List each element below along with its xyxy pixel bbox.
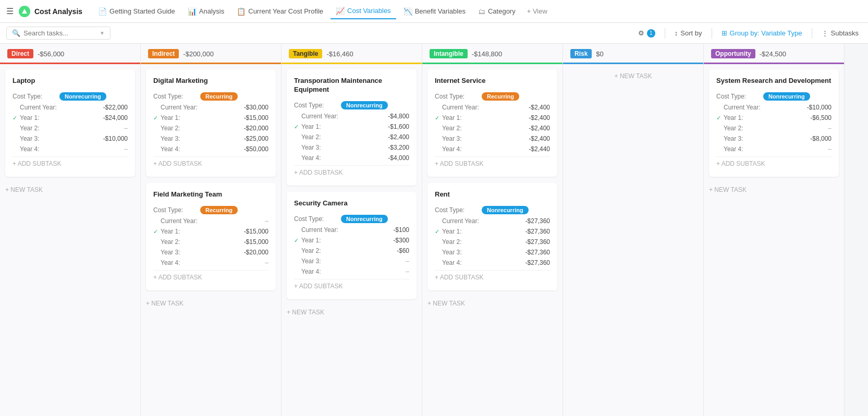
card-row-value: -$2,400 [388, 133, 409, 141]
card-year-row: Year 4: – [294, 266, 409, 277]
add-subtask-button[interactable]: + ADD SUBTASK [435, 156, 550, 169]
add-subtask-button[interactable]: + ADD SUBTASK [153, 270, 268, 283]
group-button[interactable]: ⊞ Group by: Variable Type [718, 28, 805, 39]
column-body-intangible: Internet Service Cost Type: Recurring Cu… [422, 64, 563, 416]
cost-type-badge: Nonrecurring [341, 101, 388, 109]
column-body-risk: + NEW TASK [563, 64, 703, 416]
column-header-direct: Direct -$56,000 [0, 44, 140, 64]
new-task-button[interactable]: + NEW TASK [146, 297, 276, 311]
subtasks-icon: ⋮ [822, 29, 828, 37]
card-row-value: -$27,360 [525, 259, 550, 266]
card-row-value: -$100 [393, 226, 409, 234]
card-row-value: -$27,360 [525, 249, 550, 256]
column-opportunity: Opportunity -$24,500 System Research and… [704, 44, 845, 416]
card-year-row: Year 4: – [716, 144, 832, 154]
card-row-value: -$3,200 [388, 144, 409, 151]
card-cost-type-row: Cost Type: Recurring [153, 91, 268, 102]
subtasks-button[interactable]: ⋮ Subtasks [818, 28, 862, 39]
add-view-button[interactable]: + View [523, 5, 552, 17]
cost-type-badge: Recurring [482, 92, 519, 101]
card-row-value: – [265, 217, 268, 225]
card-cost-type-row: Cost Type: Recurring [435, 91, 550, 102]
checkmark-icon: ✓ [153, 228, 158, 235]
app-title: Cost Analysis [34, 7, 82, 16]
card-row-value: -$15,000 [244, 238, 268, 246]
task-card: Security Camera Cost Type: Nonrecurring … [287, 192, 417, 299]
card-year-row: Year 3: -$25,000 [153, 133, 268, 144]
new-task-button[interactable]: + NEW TASK [427, 297, 557, 311]
tab-cost-variables[interactable]: 📈 Cost Variables [331, 4, 396, 19]
checkmark-icon: ✓ [294, 237, 299, 243]
search-box[interactable]: 🔍 ▼ [6, 27, 111, 40]
tab-getting-started[interactable]: 📄 Getting Started Guide [93, 4, 180, 19]
checkmark-icon: ✓ [13, 115, 17, 121]
column-header-indirect: Indirect -$200,000 [141, 44, 281, 64]
task-card: Laptop Cost Type: Nonrecurring Current Y… [5, 69, 135, 177]
search-input[interactable] [23, 29, 96, 37]
card-title: Field Marketing Team [153, 190, 268, 199]
checkmark-icon: ✓ [153, 115, 158, 121]
add-subtask-button[interactable]: + ADD SUBTASK [294, 279, 409, 292]
add-subtask-button[interactable]: + ADD SUBTASK [13, 156, 128, 169]
column-body-indirect: Digital Marketing Cost Type: Recurring C… [141, 64, 281, 416]
new-task-button[interactable]: + NEW TASK [287, 305, 417, 320]
add-subtask-button[interactable]: + ADD SUBTASK [294, 165, 409, 178]
card-year-row: Year 3: -$20,000 [153, 247, 268, 258]
card-year-row: Current Year: -$30,000 [153, 102, 268, 113]
task-card: System Research and Development Cost Typ… [709, 69, 839, 177]
card-row-value: -$20,000 [244, 249, 268, 256]
tab-analysis[interactable]: 📊 Analysis [182, 4, 229, 19]
card-row-value: -$20,000 [244, 125, 268, 132]
card-year-row: Year 2: – [13, 123, 128, 133]
analysis-icon: 📊 [188, 7, 197, 16]
task-card: Transporation Maintenance Equipment Cost… [287, 69, 417, 186]
table-icon: 📋 [237, 7, 246, 16]
card-title: Digital Marketing [153, 77, 268, 85]
card-year-row: Current Year: -$10,000 [716, 102, 832, 113]
card-year-row: Year 2: -$20,000 [153, 123, 268, 133]
badge-opportunity: Opportunity [711, 49, 755, 58]
filter-button[interactable]: ⚙ 1 [635, 28, 658, 39]
card-row-value: -$10,000 [103, 135, 128, 142]
card-row-value: -$24,000 [103, 114, 128, 121]
new-task-button[interactable]: + NEW TASK [568, 69, 698, 84]
checkmark-icon: ✓ [294, 124, 299, 130]
card-year-row: ✓ Year 1: -$1,600 [294, 121, 409, 132]
badge-direct: Direct [7, 49, 33, 58]
add-subtask-button[interactable]: + ADD SUBTASK [153, 156, 268, 169]
doc-icon: 📄 [98, 7, 107, 16]
card-year-row: Current Year: -$27,360 [435, 216, 550, 226]
new-task-button[interactable]: + NEW TASK [709, 183, 839, 198]
card-year-row: Year 4: -$27,360 [435, 258, 550, 268]
card-title: Transporation Maintenance Equipment [294, 77, 409, 94]
card-year-row: Year 2: -$2,400 [435, 123, 550, 133]
card-row-value: – [124, 145, 128, 153]
tab-category[interactable]: 🗂 Category [473, 4, 521, 19]
add-subtask-button[interactable]: + ADD SUBTASK [435, 270, 550, 283]
column-indirect: Indirect -$200,000 Digital Marketing Cos… [141, 44, 282, 416]
task-card: Field Marketing Team Cost Type: Recurrin… [146, 183, 276, 290]
tab-benefit-variables[interactable]: 📉 Benefit Variables [398, 4, 471, 19]
card-year-row: Current Year: -$4,800 [294, 111, 409, 121]
card-row-value: -$27,360 [525, 238, 550, 246]
checkmark-icon: ✓ [716, 115, 721, 121]
card-cost-type-row: Cost Type: Recurring [153, 204, 268, 216]
card-row-value: -$300 [393, 237, 409, 244]
card-row-value: -$2,440 [529, 145, 550, 153]
card-row-value: – [828, 145, 832, 153]
card-year-row: Year 4: – [13, 144, 128, 154]
card-year-row: ✓ Year 1: -$27,360 [435, 226, 550, 237]
card-row-value: -$25,000 [244, 135, 268, 142]
column-intangible: Intangible -$148,800 Internet Service Co… [422, 44, 563, 416]
column-total-indirect: -$200,000 [183, 50, 214, 58]
tab-current-year[interactable]: 📋 Current Year Cost Profile [231, 4, 328, 19]
new-task-button[interactable]: + NEW TASK [5, 183, 135, 198]
sort-button[interactable]: ↕ Sort by [671, 28, 705, 39]
category-icon: 🗂 [478, 7, 485, 16]
menu-icon[interactable]: ☰ [6, 6, 14, 16]
badge-intangible: Intangible [430, 49, 468, 58]
cost-type-badge: Nonrecurring [482, 206, 529, 214]
card-year-row: Current Year: -$2,400 [435, 102, 550, 113]
card-cost-type-row: Cost Type: Nonrecurring [435, 204, 550, 216]
add-subtask-button[interactable]: + ADD SUBTASK [716, 156, 832, 169]
